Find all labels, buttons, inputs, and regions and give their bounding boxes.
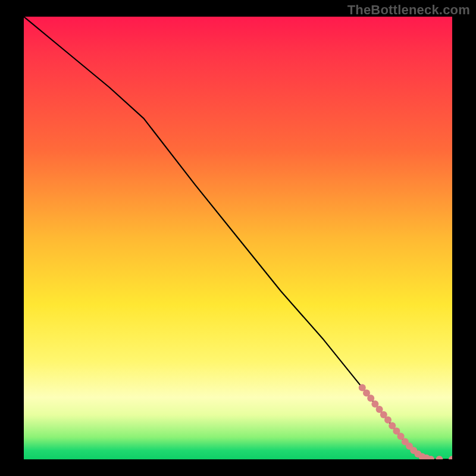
scatter-markers	[359, 384, 452, 460]
plot-area	[24, 17, 452, 459]
chart-frame: TheBottleneck.com	[0, 0, 476, 476]
scatter-point	[384, 416, 392, 424]
scatter-point	[436, 456, 443, 459]
watermark-text: TheBottleneck.com	[347, 2, 470, 18]
scatter-point	[367, 394, 374, 402]
scatter-point	[449, 456, 452, 459]
curve-line	[24, 17, 452, 459]
chart-svg	[24, 17, 452, 459]
